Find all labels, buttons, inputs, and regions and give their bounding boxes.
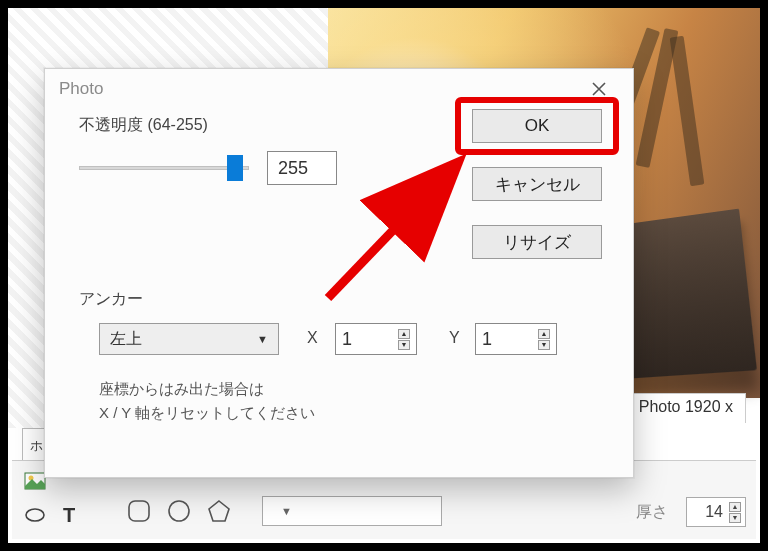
chevron-down-icon: ▼ bbox=[281, 505, 292, 517]
svg-point-2 bbox=[26, 509, 44, 521]
rounded-rect-icon[interactable] bbox=[125, 498, 153, 524]
x-stepper[interactable]: 1 ▲▼ bbox=[335, 323, 417, 355]
y-down-icon[interactable]: ▼ bbox=[538, 340, 550, 350]
thickness-label: 厚さ bbox=[636, 502, 668, 523]
note-line-1: 座標からはみ出た場合は bbox=[99, 377, 315, 401]
x-label: X bbox=[307, 329, 318, 347]
x-down-icon[interactable]: ▼ bbox=[398, 340, 410, 350]
thickness-up-icon[interactable]: ▲ bbox=[729, 502, 741, 512]
y-label: Y bbox=[449, 329, 460, 347]
anchor-value: 左上 bbox=[110, 329, 142, 350]
opacity-label: 不透明度 (64-255) bbox=[79, 115, 208, 136]
resize-button[interactable]: リサイズ bbox=[472, 225, 602, 259]
chevron-down-icon: ▼ bbox=[257, 333, 268, 345]
svg-point-4 bbox=[169, 501, 189, 521]
svg-rect-3 bbox=[129, 501, 149, 521]
photo-dialog: Photo 不透明度 (64-255) 255 OK キャンセル リサイズ アン… bbox=[44, 68, 634, 478]
slider-thumb[interactable] bbox=[227, 155, 243, 181]
x-value: 1 bbox=[342, 329, 352, 350]
anchor-label: アンカー bbox=[79, 289, 143, 310]
ellipse-select-icon[interactable] bbox=[21, 502, 49, 528]
thickness-down-icon[interactable]: ▼ bbox=[729, 513, 741, 523]
ok-button[interactable]: OK bbox=[472, 109, 602, 143]
x-up-icon[interactable]: ▲ bbox=[398, 329, 410, 339]
text-tool-icon[interactable]: T bbox=[55, 502, 83, 528]
image-dimensions-label: Photo 1920 x bbox=[626, 393, 746, 423]
opacity-slider[interactable] bbox=[79, 153, 249, 183]
y-up-icon[interactable]: ▲ bbox=[538, 329, 550, 339]
opacity-input[interactable]: 255 bbox=[267, 151, 337, 185]
shape-style-select[interactable]: ▼ bbox=[262, 496, 442, 526]
svg-marker-5 bbox=[209, 501, 229, 521]
opacity-value: 255 bbox=[278, 158, 308, 179]
anchor-select[interactable]: 左上 ▼ bbox=[99, 323, 279, 355]
pentagon-icon[interactable] bbox=[205, 498, 233, 524]
dialog-title: Photo bbox=[59, 79, 103, 99]
cancel-button[interactable]: キャンセル bbox=[472, 167, 602, 201]
thickness-value: 14 bbox=[705, 503, 723, 521]
y-stepper[interactable]: 1 ▲▼ bbox=[475, 323, 557, 355]
y-value: 1 bbox=[482, 329, 492, 350]
circle-icon[interactable] bbox=[165, 498, 193, 524]
thickness-stepper[interactable]: 14 ▲▼ bbox=[686, 497, 746, 527]
note-line-2: X / Y 軸をリセットしてください bbox=[99, 401, 315, 425]
